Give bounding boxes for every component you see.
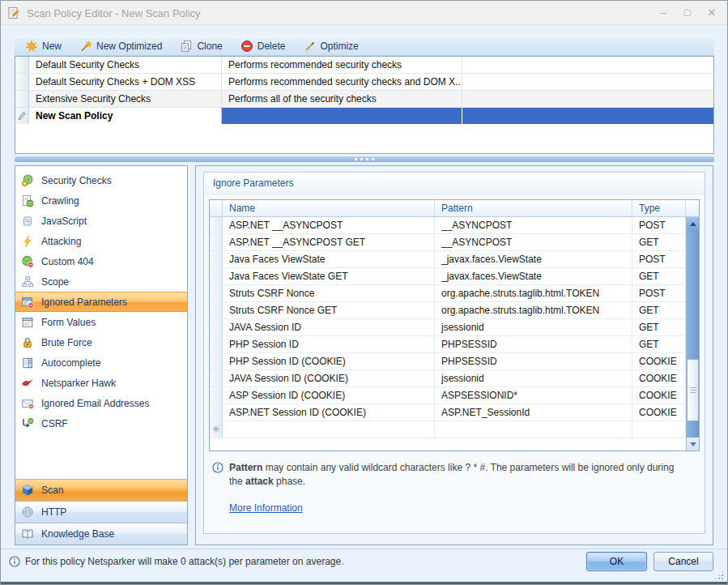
pattern-cell[interactable]: jsessionid [435,370,632,386]
pattern-cell[interactable]: org.apache.struts.taglib.html.TOKEN [435,302,632,318]
policy-description-cell[interactable]: Performs all of the security checks [222,91,462,107]
ok-button[interactable]: OK [586,552,647,571]
table-row[interactable]: Struts CSRF Nonce GET org.apache.struts.… [210,302,686,319]
row-header[interactable] [210,251,223,267]
table-row[interactable]: ASP Session ID (COOKIE) ASPSESSIONID* CO… [210,387,686,404]
row-header[interactable] [210,285,223,301]
row-header[interactable] [15,91,29,107]
row-header[interactable] [210,319,223,335]
pattern-cell[interactable]: ASPSESSIONID* [435,387,632,404]
maximize-button[interactable]: □ [675,1,700,25]
optimize-button[interactable]: Optimize [299,38,362,54]
name-cell[interactable]: ASP.NET __ASYNCPOST [223,217,435,233]
type-cell[interactable]: COOKIE [632,404,686,421]
table-row[interactable]: PHP Session ID (COOKIE) PHPSESSID COOKIE [210,353,686,370]
policy-extra-cell[interactable] [462,74,713,90]
pattern-cell[interactable]: PHPSESSID [435,353,632,369]
row-header[interactable] [210,404,223,421]
minimize-button[interactable]: – [651,1,675,25]
policy-description-cell[interactable] [222,108,462,124]
row-header[interactable] [210,302,223,318]
policy-name-cell[interactable]: Default Security Checks + DOM XSS [29,74,222,90]
policy-extra-cell[interactable] [462,108,713,124]
delete-button[interactable]: Delete [236,38,290,54]
table-row[interactable]: JAVA Session ID jsessionid GET [210,319,686,336]
name-cell[interactable]: Struts CSRF Nonce GET [223,302,435,318]
sidebar-item-custom-404[interactable]: Custom 404 [15,251,187,271]
close-button[interactable]: ✕ [700,1,724,25]
policy-row[interactable]: Extensive Security Checks Performs all o… [15,91,713,108]
row-header[interactable] [210,336,223,352]
name-cell[interactable]: PHP Session ID [223,336,435,352]
policy-row[interactable]: Default Security Checks + DOM XSS Perfor… [15,74,713,91]
type-cell[interactable]: GET [632,336,686,352]
column-header-type[interactable]: Type [632,200,686,216]
sidebar-item-autocomplete[interactable]: Autocomplete [15,352,187,373]
policy-extra-cell[interactable] [462,91,713,107]
name-cell-empty[interactable] [223,421,435,438]
name-cell[interactable]: PHP Session ID (COOKIE) [223,353,435,369]
horizontal-splitter[interactable] [15,156,714,162]
column-header-name[interactable]: Name [223,200,435,216]
name-cell[interactable]: Java Faces ViewState GET [223,268,435,284]
scroll-down-button[interactable] [687,438,699,450]
pattern-cell[interactable]: _javax.faces.ViewState [435,251,632,267]
sidebar-item-crawling[interactable]: Crawling [15,190,187,211]
table-row[interactable]: Java Faces ViewState _javax.faces.ViewSt… [210,251,686,268]
row-header[interactable] [210,370,223,386]
name-cell[interactable]: JAVA Session ID [223,319,435,335]
sidebar-item-attacking[interactable]: Attacking [15,231,187,251]
type-cell[interactable]: GET [632,302,686,318]
row-header[interactable] [15,74,29,90]
row-header[interactable] [210,217,223,233]
name-cell[interactable]: Java Faces ViewState [223,251,435,267]
policy-row-selected[interactable]: New Scan Policy [15,108,713,125]
policy-row[interactable]: Default Security Checks Performs recomme… [15,57,713,74]
sidebar-item-netsparker-hawk[interactable]: Netsparker Hawk [15,373,187,393]
scrollbar-track[interactable] [687,230,699,438]
name-cell[interactable]: Struts CSRF Nonce [223,285,435,301]
type-cell[interactable]: GET [632,234,686,250]
sidebar-item-ignored-parameters[interactable]: Ignored Parameters [15,292,187,312]
type-cell[interactable]: COOKIE [632,387,686,404]
pattern-cell[interactable]: jsessionid [435,319,632,335]
new-button[interactable]: New [21,38,66,54]
policy-description-cell[interactable]: Performs recommended security checks and… [222,74,462,90]
row-header[interactable] [210,268,223,284]
sidebar-item-form-values[interactable]: Form Values [15,312,187,332]
policy-description-cell[interactable]: Performs recommended security checks [222,57,462,73]
row-header[interactable] [15,57,29,73]
clone-button[interactable]: Clone [176,38,226,54]
table-row[interactable]: Struts CSRF Nonce org.apache.struts.tagl… [210,285,686,302]
name-cell[interactable]: ASP.NET Session ID (COOKIE) [223,404,435,421]
pattern-cell[interactable]: _javax.faces.ViewState [435,268,632,284]
row-header[interactable] [210,353,223,369]
row-header[interactable] [210,234,223,250]
table-row[interactable]: ASP.NET __ASYNCPOST GET __ASYNCPOST GET [210,234,686,251]
sidebar-item-javascript[interactable]: JavaScript [15,211,187,231]
table-row[interactable]: PHP Session ID PHPSESSID GET [210,336,686,353]
pattern-cell[interactable]: __ASYNCPOST [435,217,632,233]
pattern-cell[interactable]: ASP.NET_SessionId [435,404,632,421]
sidebar-item-csrf[interactable]: CSRF [15,413,187,433]
column-header-pattern[interactable]: Pattern [435,200,632,216]
table-row[interactable]: JAVA Session ID (COOKIE) jsessionid COOK… [210,370,686,387]
type-cell[interactable]: GET [632,268,686,284]
policy-extra-cell[interactable] [462,57,713,73]
header-corner-cell[interactable] [210,200,223,216]
table-row[interactable]: ASP.NET Session ID (COOKIE) ASP.NET_Sess… [210,404,686,421]
pattern-cell[interactable]: org.apache.struts.taglib.html.TOKEN [435,285,632,301]
table-scrollbar[interactable] [686,217,699,450]
more-information-link[interactable]: More Information [229,502,303,515]
type-cell[interactable]: COOKIE [632,370,686,386]
nav-button-scan[interactable]: Scan [15,479,187,501]
nav-button-knowledge-base[interactable]: Knowledge Base [15,523,187,544]
row-header[interactable] [210,387,223,404]
policy-name-cell[interactable]: Extensive Security Checks [29,91,222,107]
sidebar-item-security-checks[interactable]: Security Checks [15,170,187,190]
titlebar[interactable]: Scan Policy Editor - New Scan Policy – □… [1,1,727,25]
scrollbar-thumb[interactable] [687,359,699,421]
pattern-cell[interactable]: PHPSESSID [435,336,632,352]
new-optimized-button[interactable]: New Optimized [75,38,166,54]
name-cell[interactable]: ASP.NET __ASYNCPOST GET [223,234,435,250]
